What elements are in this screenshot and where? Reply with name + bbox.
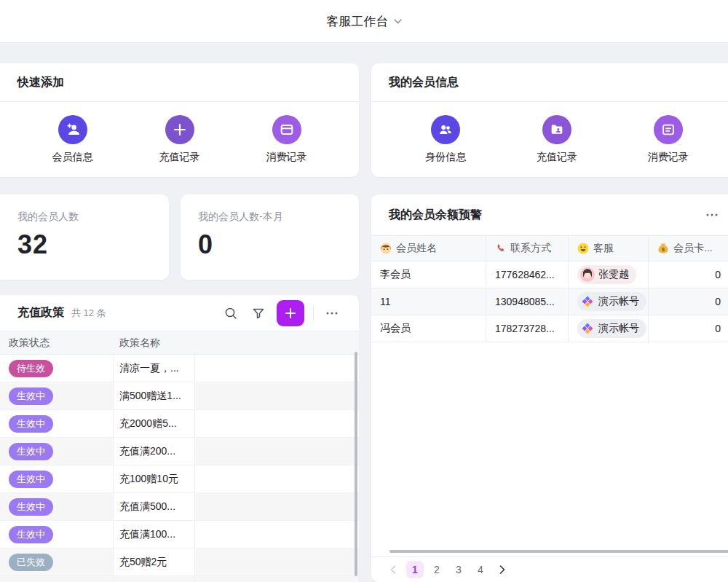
person-chip[interactable]: 演示帐号 <box>577 292 646 311</box>
card-title: 我的会员余额预警 <box>389 208 482 223</box>
quick-add-recharge-record-button[interactable]: 充值记录 <box>159 115 200 164</box>
icon-label: 消费记录 <box>648 151 689 164</box>
policy-name-cell: 满500赠送1... <box>114 382 195 409</box>
icon-label: 会员信息 <box>52 151 93 164</box>
card-header: 快速添加 <box>0 63 359 102</box>
table-row[interactable]: 待生效 清凉一夏，... <box>0 355 359 382</box>
balance-cell: 0 <box>648 261 728 288</box>
quick-add-member-info-button[interactable]: 会员信息 <box>52 115 93 164</box>
quick-add-consume-record-button[interactable]: 消费记录 <box>266 115 307 164</box>
member-name-cell: 李会员 <box>371 261 486 288</box>
prev-page-button[interactable] <box>384 561 402 578</box>
vertical-scrollbar[interactable] <box>355 352 357 576</box>
phone-cell: 130948085... <box>486 288 568 315</box>
empty-cell <box>195 548 359 575</box>
filter-button[interactable] <box>249 304 268 323</box>
status-badge: 生效中 <box>9 388 53 405</box>
page-button-2[interactable]: 2 <box>428 561 446 578</box>
table-row[interactable]: 生效中 满500赠送1... <box>0 382 359 410</box>
policy-name-cell: 充值满100... <box>114 521 195 548</box>
more-icon <box>706 213 718 216</box>
policy-rows: 待生效 清凉一夏，... 生效中 满500赠送1... 生效中 充2000赠5.… <box>0 355 359 582</box>
table-row[interactable]: 生效中 充100赠10元 <box>0 465 359 493</box>
table-header-row: 政策状态 政策名称 <box>0 331 359 355</box>
policy-name-cell: 充值满500... <box>114 493 195 520</box>
empty-cell <box>195 493 359 520</box>
status-badge: 已失效 <box>9 554 53 571</box>
stat-card-members-total: 我的会员人数 32 <box>0 194 169 280</box>
table-row[interactable]: 生效中 充值满500... <box>0 493 359 521</box>
table-row[interactable]: 生效中 充值满200... <box>0 438 359 465</box>
demo-logo-icon <box>580 294 595 309</box>
table-row[interactable]: 生效中 充2000赠5... <box>0 410 359 438</box>
recharge-policy-card: 充值政策 共 12 条 政策状态 政策名称 <box>0 295 359 582</box>
identity-info-button[interactable]: 身份信息 <box>425 115 466 164</box>
filter-icon <box>252 307 265 320</box>
column-label: 会员卡... <box>673 242 713 255</box>
quick-add-card: 快速添加 会员信息 充值记录 消费记录 <box>0 63 359 177</box>
partial-next-row <box>0 576 359 582</box>
table-row[interactable]: 生效中 充值满100... <box>0 521 359 548</box>
moneybag-icon: $ <box>657 243 669 254</box>
column-header-card[interactable]: $ 会员卡... <box>648 236 728 261</box>
icon-label: 消费记录 <box>266 151 307 164</box>
card-title: 我的会员信息 <box>389 75 459 90</box>
chip-label: 张雯越 <box>598 268 629 281</box>
next-page-button[interactable] <box>494 561 511 578</box>
recharge-record-button[interactable]: 充值记录 <box>537 115 577 164</box>
table-row[interactable]: 李会员 177628462... 张雯越 0 <box>371 261 728 288</box>
cs-cell: 演示帐号 <box>568 315 648 342</box>
add-record-button[interactable] <box>277 300 304 326</box>
chevron-right-icon <box>499 565 505 574</box>
workspace-switcher[interactable]: 客服工作台 <box>327 13 402 30</box>
column-label: 会员姓名 <box>396 242 437 255</box>
column-header-status[interactable]: 政策状态 <box>0 337 114 350</box>
table-row[interactable]: 11 130948085... 演示帐号 0 <box>371 288 728 315</box>
empty-cell <box>195 438 359 465</box>
more-button[interactable] <box>323 304 341 323</box>
status-cell: 生效中 <box>0 382 114 409</box>
quick-add-actions: 会员信息 充值记录 消费记录 <box>0 102 359 177</box>
balance-table: 会员姓名 联系方式 客服 $ 会员卡... 李会员 177628462... <box>371 235 728 342</box>
table-row[interactable]: 已失效 充50赠2元 <box>0 548 359 576</box>
column-label: 客服 <box>593 242 614 255</box>
more-icon <box>326 312 338 315</box>
policy-name-cell: 充值满200... <box>114 438 195 465</box>
column-header-policy-name[interactable]: 政策名称 <box>114 337 195 350</box>
column-label: 联系方式 <box>510 242 551 255</box>
empty-cell <box>195 465 359 492</box>
person-chip[interactable]: 张雯越 <box>577 265 636 284</box>
horizontal-scrollbar[interactable] <box>389 550 728 553</box>
page-button-1[interactable]: 1 <box>406 561 424 578</box>
column-header-phone[interactable]: 联系方式 <box>486 236 568 261</box>
person-chip[interactable]: 演示帐号 <box>577 319 646 338</box>
member-name-cell: 冯会员 <box>371 315 486 342</box>
status-badge: 待生效 <box>9 360 53 377</box>
page-button-3[interactable]: 3 <box>450 561 467 578</box>
page-button-4[interactable]: 4 <box>472 561 489 578</box>
stat-value: 32 <box>17 229 151 260</box>
stat-label: 我的会员人数 <box>17 211 151 224</box>
empty-cell <box>195 410 359 437</box>
search-button[interactable] <box>221 304 240 323</box>
plus-icon <box>285 307 296 319</box>
plus-icon <box>165 115 194 144</box>
more-button[interactable] <box>706 209 719 221</box>
chip-label: 演示帐号 <box>598 295 639 308</box>
column-header-name[interactable]: 会员姓名 <box>371 236 486 261</box>
table-row[interactable]: 冯会员 178273728... 演示帐号 0 <box>371 315 728 342</box>
balance-cell: 0 <box>648 315 728 342</box>
icon-label: 身份信息 <box>425 151 466 164</box>
balance-cell: 0 <box>648 288 728 315</box>
phone-icon <box>495 243 506 254</box>
status-badge: 生效中 <box>9 443 53 460</box>
consume-record-button[interactable]: 消费记录 <box>648 115 689 164</box>
status-badge: 生效中 <box>9 471 53 488</box>
member-info-actions: 身份信息 充值记录 消费记录 <box>371 102 728 177</box>
policy-name-cell: 充2000赠5... <box>114 410 195 437</box>
status-cell: 已失效 <box>0 548 114 575</box>
empty-cell <box>195 382 359 409</box>
toolbar <box>221 300 341 326</box>
column-header-cs[interactable]: 客服 <box>568 236 648 261</box>
credit-card-icon <box>272 115 301 144</box>
